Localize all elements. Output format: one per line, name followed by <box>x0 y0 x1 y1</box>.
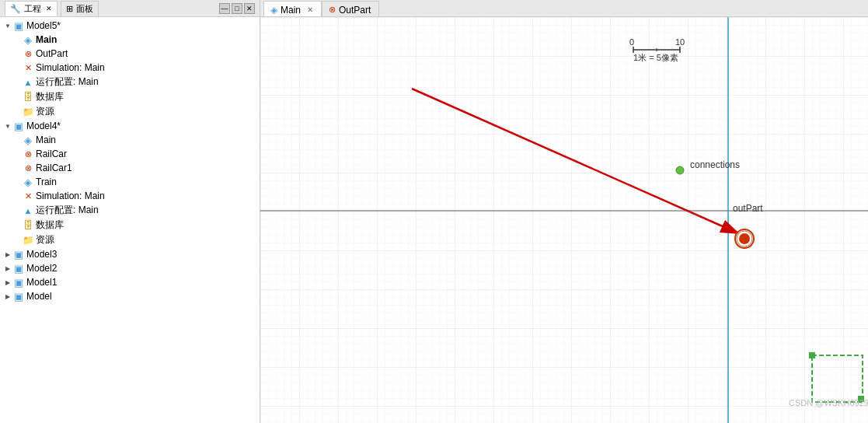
model5-sim-label: Simulation: Main <box>36 62 105 73</box>
model4-icon: ▣ <box>12 120 25 132</box>
tree-arrow-empty5 <box>12 93 22 102</box>
tree-item-model4-railcar[interactable]: ⊗ RailCar <box>0 147 260 161</box>
model0-label: Model <box>26 291 52 302</box>
model4-run-icon: ▲ <box>22 205 34 217</box>
model4-db-label: 数据库 <box>36 218 64 232</box>
tree-item-model4-run[interactable]: ▲ 运行配置: Main <box>0 203 260 218</box>
canvas-container[interactable]: 0 10 1米 = 5像素 connections outPart CSDN @… <box>260 17 868 423</box>
tree-item-model5-main[interactable]: ◈ Main <box>0 33 260 47</box>
svg-text:outPart: outPart <box>733 203 763 214</box>
tab-outpart[interactable]: ⊗ OutPart <box>322 1 379 16</box>
model4-main-icon: ◈ <box>22 134 34 146</box>
tab-outpart-icon: ⊗ <box>329 5 336 15</box>
tree-item-model4-train[interactable]: ◈ Train <box>0 175 260 189</box>
project-tab-close[interactable]: ✕ <box>46 5 52 12</box>
model4-run-label: 运行配置: Main <box>36 204 99 217</box>
tree-item-model5-db[interactable]: 🗄 数据库 <box>0 89 260 104</box>
tree-arrow-empty7 <box>12 135 22 145</box>
tab-main[interactable]: ◈ Main ✕ <box>263 1 322 16</box>
tree-arrow-empty9 <box>12 163 22 173</box>
tree-item-model2[interactable]: ▣ Model2 <box>0 261 260 275</box>
model5-run-label: 运行配置: Main <box>36 75 99 89</box>
model1-icon: ▣ <box>12 276 25 288</box>
tree-item-model3[interactable]: ▣ Model3 <box>0 247 260 261</box>
svg-point-8 <box>739 233 750 244</box>
tab-main-label: Main <box>281 5 301 16</box>
tree-arrow-model0[interactable] <box>3 292 12 301</box>
panel-title-bar: 🔧 工程 ✕ ⊞ 面板 — □ ✕ <box>0 0 260 17</box>
svg-point-6 <box>676 166 684 174</box>
tree-arrow-model3[interactable] <box>3 250 12 259</box>
model5-main-icon: ◈ <box>22 33 34 46</box>
tree-item-model4-sim[interactable]: ✕ Simulation: Main <box>0 189 260 203</box>
model4-sim-icon: ✕ <box>22 190 34 202</box>
tree-arrow-empty <box>12 35 22 44</box>
svg-text:10: 10 <box>675 37 685 47</box>
minimize-btn[interactable]: — <box>219 3 230 14</box>
tree-item-model5-outpart[interactable]: ⊗ OutPart <box>0 47 260 61</box>
tree-arrow-empty6 <box>12 107 22 117</box>
model5-res-icon: 📁 <box>22 106 34 118</box>
model5-label: Model5* <box>26 20 61 31</box>
content-area: 🔧 工程 ✕ ⊞ 面板 — □ ✕ <box>0 0 868 423</box>
close-btn[interactable]: ✕ <box>244 3 255 14</box>
project-tab-icon: 🔧 <box>10 4 21 14</box>
tree-arrow-model5[interactable] <box>3 21 12 30</box>
model5-db-label: 数据库 <box>36 90 64 103</box>
model4-main-label: Main <box>36 135 56 145</box>
tree-item-model4-railcar1[interactable]: ⊗ RailCar1 <box>0 161 260 175</box>
svg-rect-1 <box>260 17 868 423</box>
tree-arrow-model1[interactable] <box>3 278 12 287</box>
tree-item-model5[interactable]: ▣ Model5* <box>0 19 260 33</box>
model4-sim-label: Simulation: Main <box>36 191 105 201</box>
tree-arrow-model2[interactable] <box>3 264 12 273</box>
tree-item-model0[interactable]: ▣ Model <box>0 289 260 303</box>
model4-db-icon: 🗄 <box>22 219 34 232</box>
panel-controls: — □ ✕ <box>219 3 255 14</box>
tree-arrow-empty10 <box>12 177 22 187</box>
tree-item-model5-sim[interactable]: ✕ Simulation: Main <box>0 61 260 75</box>
tree-item-model4-res[interactable]: 📁 资源 <box>0 232 260 247</box>
model5-main-label: Main <box>36 34 57 45</box>
model4-railcar-icon: ⊗ <box>22 148 34 160</box>
svg-text:1米 = 5像素: 1米 = 5像素 <box>633 53 678 62</box>
model1-label: Model1 <box>26 277 57 288</box>
model3-icon: ▣ <box>12 248 25 260</box>
model5-outpart-label: OutPart <box>36 48 68 59</box>
panel-tab-label: 面板 <box>76 3 93 15</box>
model5-db-icon: 🗄 <box>22 91 34 103</box>
tree-item-model4[interactable]: ▣ Model4* <box>0 119 260 133</box>
tree-item-model5-run[interactable]: ▲ 运行配置: Main <box>0 75 260 89</box>
tab-panel[interactable]: ⊞ 面板 <box>61 1 99 16</box>
model4-train-icon: ◈ <box>22 176 34 188</box>
model4-railcar1-label: RailCar1 <box>36 163 72 173</box>
model5-icon: ▣ <box>12 19 25 32</box>
tree-item-model5-res[interactable]: 📁 资源 <box>0 104 260 119</box>
model0-icon: ▣ <box>12 290 25 302</box>
model5-sim-icon: ✕ <box>22 61 34 74</box>
right-area: ◈ Main ✕ ⊗ OutPart <box>260 0 868 423</box>
tree-item-model4-main[interactable]: ◈ Main <box>0 133 260 147</box>
model2-icon: ▣ <box>12 262 25 274</box>
tree-arrow-empty3 <box>12 63 22 72</box>
tab-project[interactable]: 🔧 工程 ✕ <box>5 1 58 16</box>
tree-arrow-empty11 <box>12 191 22 201</box>
model4-res-icon: 📁 <box>22 234 34 246</box>
tab-main-close[interactable]: ✕ <box>307 5 313 14</box>
model3-label: Model3 <box>26 249 57 260</box>
canvas-svg: 0 10 1米 = 5像素 connections outPart CSDN @… <box>260 17 868 423</box>
maximize-btn[interactable]: □ <box>232 3 242 14</box>
svg-text:0: 0 <box>629 37 634 47</box>
tree-item-model1[interactable]: ▣ Model1 <box>0 275 260 289</box>
model4-train-label: Train <box>36 177 57 187</box>
tab-outpart-label: OutPart <box>339 5 371 16</box>
tree-arrow-empty8 <box>12 149 22 159</box>
model4-railcar1-icon: ⊗ <box>22 162 34 174</box>
left-panel: 🔧 工程 ✕ ⊞ 面板 — □ ✕ <box>0 0 260 423</box>
tree-arrow-empty13 <box>12 221 22 230</box>
tree-view: ▣ Model5* ◈ Main ⊗ OutPart <box>0 17 260 423</box>
tree-item-model4-db[interactable]: 🗄 数据库 <box>0 218 260 232</box>
app-container: 🔧 工程 ✕ ⊞ 面板 — □ ✕ <box>0 0 868 423</box>
tree-arrow-model4[interactable] <box>3 121 12 131</box>
model4-railcar-label: RailCar <box>36 149 67 159</box>
